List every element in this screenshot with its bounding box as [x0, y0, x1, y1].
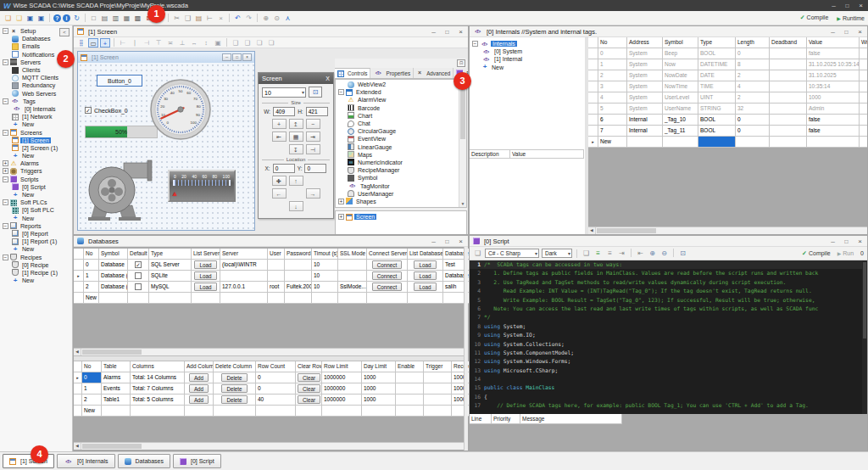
snap-edge-button[interactable]: ⊣ [306, 144, 320, 154]
column-header[interactable]: Address [627, 37, 663, 48]
tree-item[interactable]: Redundancy [0, 81, 72, 89]
align-left-icon[interactable]: ⊢ [118, 38, 128, 48]
table-cell[interactable] [736, 137, 770, 148]
tree-item[interactable]: −Soft PLCs [0, 199, 72, 206]
close-icon[interactable] [857, 2, 865, 9]
table-cell[interactable]: Delete [214, 383, 256, 394]
minimize-icon[interactable] [830, 3, 837, 8]
tree-item[interactable]: Web Servers [0, 90, 72, 98]
table-cell[interactable]: Connect [367, 260, 408, 271]
table-cell[interactable]: Total: 5 Columns [131, 394, 185, 406]
expander-icon[interactable]: − [3, 130, 8, 136]
lock-icon[interactable]: ⊙ [272, 14, 281, 23]
expander-icon[interactable]: − [472, 41, 478, 47]
table-cell[interactable]: UserName [663, 104, 698, 115]
tree-item[interactable]: Symbol [336, 174, 466, 182]
table-cell[interactable]: 0 [256, 372, 296, 383]
table-cell[interactable]: MySQL [149, 282, 192, 293]
expander-icon[interactable]: − [3, 176, 8, 182]
table-cell[interactable] [268, 293, 285, 304]
move-right-button[interactable]: → [306, 188, 320, 199]
table-cell[interactable] [770, 115, 807, 126]
column-header[interactable]: No [82, 361, 102, 372]
table-row[interactable]: 3SystemNowTimeTIME410:35:14 [588, 81, 867, 92]
table-cell[interactable] [770, 137, 807, 148]
close-icon[interactable] [457, 28, 465, 36]
table-cell[interactable] [149, 293, 192, 304]
code-line[interactable]: 15public class MainClass [470, 383, 867, 392]
table-cell[interactable]: 10 [312, 260, 338, 271]
table-cell[interactable]: Events [102, 383, 131, 394]
run-script-button[interactable]: Run [837, 250, 854, 256]
column-header[interactable]: List Servers [192, 249, 220, 260]
restore-icon[interactable] [843, 3, 851, 8]
expander-icon[interactable]: − [3, 28, 8, 34]
table-cell[interactable]: DATETIME [698, 59, 736, 70]
table-cell[interactable] [285, 293, 312, 304]
table-cell[interactable]: 4 [598, 92, 627, 104]
delete-button[interactable]: Delete [221, 373, 247, 382]
table-cell[interactable]: 1 [84, 271, 99, 282]
maximize-icon[interactable] [843, 29, 850, 35]
table-cell[interactable] [220, 293, 268, 304]
table-cell[interactable] [860, 137, 867, 148]
table-cell[interactable]: false [807, 48, 860, 59]
table-cell[interactable]: 40 [256, 394, 296, 406]
table-cell[interactable]: SQL Server [149, 260, 192, 271]
table-cell[interactable]: 2 [736, 70, 770, 81]
designed-button[interactable]: Button_0 [97, 75, 142, 87]
table-row[interactable]: ▸New [588, 137, 867, 148]
list-servers-button[interactable]: Load [194, 260, 216, 269]
table-cell[interactable] [860, 70, 867, 81]
column-header[interactable]: Message [520, 414, 622, 424]
clear-button[interactable]: Clear [298, 373, 320, 382]
column-header[interactable]: Symbol [99, 249, 128, 260]
table-row[interactable]: 1SystemNowDATETIME831.10.2025 10:35:14 [588, 59, 867, 70]
new-script-icon[interactable]: ❏ [581, 249, 591, 258]
table-cell[interactable]: 10 [312, 271, 338, 282]
table-cell[interactable] [185, 406, 214, 417]
table-cell[interactable]: System [627, 92, 663, 104]
table-cell[interactable]: 127.0.0.1 [220, 282, 268, 293]
column-header[interactable]: User [268, 249, 285, 260]
code-line[interactable]: 8using System; [470, 322, 867, 331]
save-icon[interactable]: ▣ [25, 14, 35, 23]
table-row[interactable]: ▸0AlarmsTotal: 14 ColumnsAddDelete0Clear… [74, 372, 464, 383]
table-cell[interactable]: 0 [736, 48, 770, 59]
maximize-icon[interactable] [443, 238, 451, 244]
clear-button[interactable]: Clear [298, 395, 320, 404]
table-cell[interactable]: Load [408, 282, 443, 293]
design-canvas[interactable]: Button_0 CheckBox_0 50% 0102030405060708… [78, 63, 254, 230]
tree-item[interactable]: New [0, 277, 72, 284]
tree-item[interactable]: AlarmView [336, 96, 466, 104]
tree-item[interactable]: [0] System [470, 48, 585, 55]
scroll-thumb[interactable] [597, 228, 656, 233]
column-header[interactable]: Row Count [256, 361, 296, 372]
code-line[interactable]: 17 // Define SCADA tags here, for exampl… [470, 401, 867, 410]
tree-item[interactable]: [1] Internal [470, 55, 585, 63]
table-cell[interactable] [102, 406, 131, 417]
table-cell[interactable]: TIME [698, 81, 736, 92]
align-middle-icon[interactable]: ≍ [165, 38, 175, 48]
table-cell[interactable]: UserLevel [663, 92, 698, 104]
table-cell[interactable]: Alarms [102, 372, 131, 383]
table-cell[interactable] [128, 282, 149, 293]
tag-import-icon[interactable]: ⊕ [261, 14, 270, 23]
table-cell[interactable]: Internal [627, 126, 663, 137]
table-cell[interactable]: 1000 [807, 92, 860, 104]
code-line[interactable]: 6 Note: You can access the last read and… [470, 305, 867, 313]
align-top-icon[interactable]: ⊤ [153, 38, 164, 48]
scrollbar[interactable] [862, 260, 867, 414]
table-cell[interactable] [860, 126, 867, 137]
list-servers-button[interactable]: Load [194, 283, 216, 291]
table-cell[interactable]: SQLite [149, 271, 192, 282]
table-row[interactable]: 7Internal_Tag_11BOOL0false [588, 126, 867, 137]
table-cell[interactable]: 1000 [362, 394, 396, 406]
table-cell[interactable]: 1 [82, 383, 102, 394]
table-cell[interactable]: Now [663, 59, 698, 70]
table-cell[interactable]: 1000000 [322, 383, 362, 394]
table-cell[interactable] [312, 293, 338, 304]
scrollbar[interactable]: ◀ [74, 442, 464, 450]
column-header[interactable]: Password [285, 249, 312, 260]
dock-icon[interactable]: ⊡ [457, 59, 465, 67]
